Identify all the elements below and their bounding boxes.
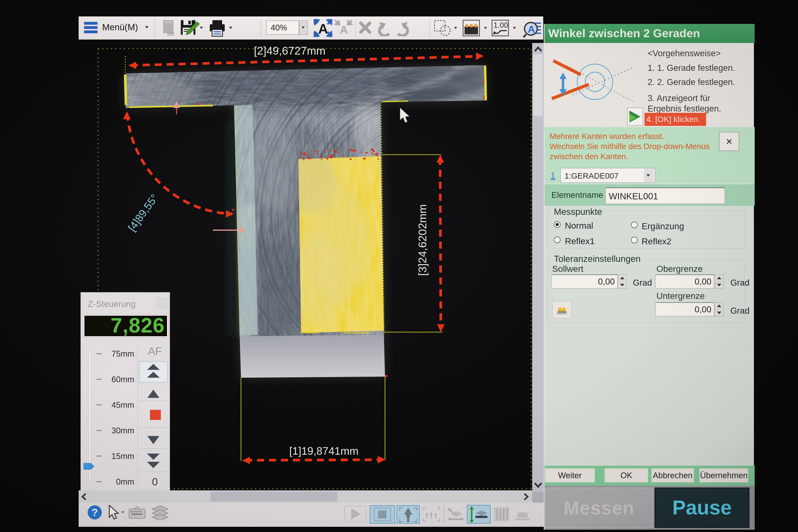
svg-text:IM: IM: [167, 30, 174, 37]
svg-text:[4]89,55°: [4]89,55°: [126, 192, 160, 233]
svg-text:[2]49,6727mm: [2]49,6727mm: [254, 44, 326, 57]
svg-text:1.00: 1.00: [494, 21, 508, 29]
svg-text:[3]24,6202mm: [3]24,6202mm: [416, 204, 429, 276]
svg-text:A: A: [340, 23, 348, 36]
svg-text:[1]19,8741mm: [1]19,8741mm: [289, 445, 359, 457]
svg-text:A: A: [528, 24, 535, 35]
svg-text:A: A: [318, 21, 328, 37]
